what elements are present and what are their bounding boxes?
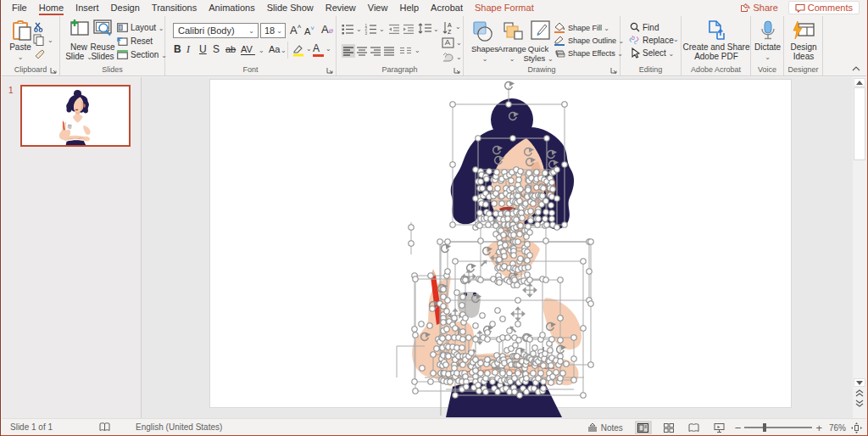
svg-text:3: 3 [365,31,368,35]
svg-text:c: c [634,39,637,45]
svg-text:A: A [448,22,452,28]
svg-text:Z: Z [448,29,452,35]
